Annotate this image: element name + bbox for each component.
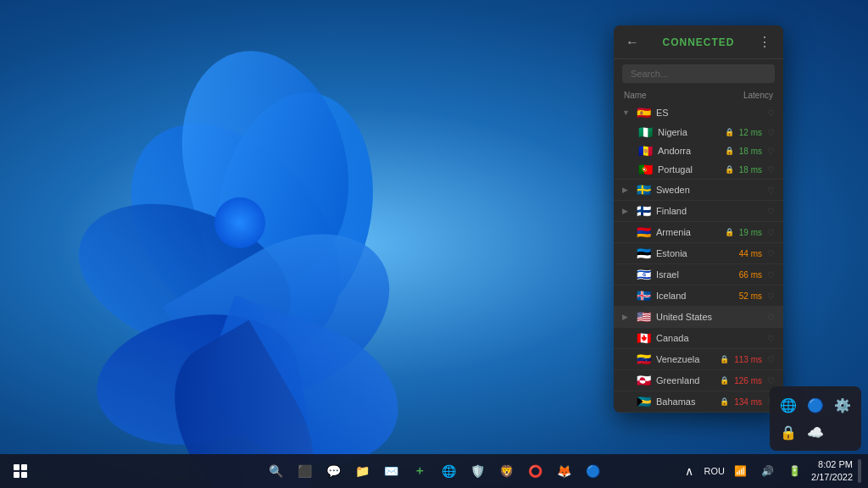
column-name: Name [624, 91, 647, 100]
item-sweden[interactable]: ▶ 🇸🇪 Sweden ♡ [614, 180, 783, 201]
system-clock[interactable]: 8:02 PM 2/17/2022 [811, 458, 853, 485]
taskbar-chrome-button[interactable]: 🔵 [581, 459, 604, 483]
taskbar-plus-button[interactable]: ＋ [408, 459, 431, 483]
favorite-icon-venezuela: ♡ [767, 355, 775, 364]
country-us: United States [656, 312, 762, 322]
subitem-nigeria[interactable]: 🇳🇬 Nigeria 🔒 12 ms ♡ [614, 123, 783, 141]
vpn-menu-button[interactable]: ⋮ [756, 34, 773, 50]
item-armenia[interactable]: 🇦🇲 Armenia 🔒 19 ms ♡ [614, 222, 783, 243]
item-israel[interactable]: 🇮🇱 Israel 66 ms ♡ [614, 264, 783, 286]
language-indicator: ROU [704, 466, 725, 476]
windows-logo-icon [14, 464, 27, 478]
latency-estonia: 44 ms [739, 249, 762, 258]
taskbar-brave-button[interactable]: 🦁 [494, 459, 518, 483]
subitem-andorra[interactable]: 🇦🇩 Andorra 🔒 18 ms ♡ [614, 141, 783, 160]
favorite-icon-armenia: ♡ [767, 228, 775, 237]
item-iceland[interactable]: 🇮🇸 Iceland 52 ms ♡ [614, 286, 783, 307]
favorite-icon-greenland: ♡ [767, 376, 775, 385]
lock-icon-armenia: 🔒 [725, 228, 734, 236]
taskbar-chat-button[interactable]: 💬 [321, 459, 345, 483]
group-name-es: ES [656, 108, 762, 118]
taskbar-firefox-button[interactable]: 🦊 [552, 459, 576, 483]
taskbar-right: ∧ ROU 📶 🔊 🔋 8:02 PM 2/17/2022 [677, 458, 861, 485]
latency-iceland: 52 ms [739, 291, 762, 301]
favorite-icon-es: ♡ [767, 108, 775, 118]
taskbar-search-button[interactable]: 🔍 [264, 459, 287, 483]
taskbar-taskview-button[interactable]: ⬛ [292, 459, 316, 483]
tray-icon-settings[interactable]: ⚙️ [831, 393, 854, 417]
lock-icon-andorra: 🔒 [725, 147, 734, 155]
flag-portugal: 🇵🇹 [637, 164, 653, 175]
chevron-down-icon: ▼ [622, 108, 631, 117]
network-icon[interactable]: 📶 [728, 459, 752, 483]
taskbar-edge-button[interactable]: 🌐 [437, 459, 460, 483]
vpn-column-headers: Name Latency [614, 88, 783, 103]
taskbar-left [7, 458, 34, 485]
flag-estonia: 🇪🇪 [636, 248, 651, 258]
latency-portugal: 18 ms [739, 165, 762, 175]
country-nigeria: Nigeria [658, 127, 720, 137]
favorite-icon-sweden: ♡ [767, 186, 775, 195]
show-desktop-button[interactable] [858, 459, 861, 483]
lock-icon-nigeria: 🔒 [725, 128, 734, 136]
flag-iceland: 🇮🇸 [636, 291, 651, 301]
tray-icon-chrome[interactable]: 🔵 [804, 393, 827, 417]
chevron-right-icon-finland: ▶ [622, 207, 631, 215]
taskbar-shield-button[interactable]: 🛡️ [465, 459, 489, 483]
tray-icon-cloud[interactable]: ☁️ [804, 420, 827, 444]
country-israel: Israel [656, 269, 734, 280]
lock-icon-portugal: 🔒 [725, 165, 734, 174]
wallpaper-petals [66, 41, 490, 447]
battery-icon[interactable]: 🔋 [782, 459, 806, 483]
flag-nigeria: 🇳🇬 [637, 127, 653, 137]
country-finland: Finland [656, 206, 762, 216]
latency-nigeria: 12 ms [739, 128, 762, 137]
subitem-portugal[interactable]: 🇵🇹 Portugal 🔒 18 ms ♡ [614, 160, 783, 179]
taskbar-mail-button[interactable]: ✉️ [379, 459, 403, 483]
country-iceland: Iceland [656, 291, 734, 301]
taskbar-explorer-button[interactable]: 📁 [350, 459, 374, 483]
item-estonia[interactable]: 🇪🇪 Estonia 44 ms ♡ [614, 243, 783, 264]
flag-bahamas: 🇧🇸 [636, 396, 651, 407]
favorite-icon-iceland: ♡ [767, 291, 775, 301]
item-bahamas[interactable]: 🇧🇸 Bahamas 🔒 134 ms ♡ [614, 391, 783, 413]
vpn-search-container [614, 59, 783, 88]
lock-icon-greenland: 🔒 [720, 376, 729, 385]
clock-time: 8:02 PM [811, 458, 853, 471]
favorite-icon-portugal: ♡ [767, 165, 775, 175]
latency-bahamas: 134 ms [734, 397, 762, 407]
latency-andorra: 18 ms [739, 147, 762, 156]
system-tray-popup: 🌐 🔵 ⚙️ 🔒 ☁️ [770, 386, 861, 451]
item-finland[interactable]: ▶ 🇫🇮 Finland ♡ [614, 201, 783, 222]
favorite-icon-israel: ♡ [767, 270, 775, 280]
taskbar-center: 🔍 ⬛ 💬 📁 ✉️ ＋ 🌐 🛡️ 🦁 ⭕ 🦊 🔵 [264, 459, 604, 483]
favorite-icon-us: ♡ [767, 313, 775, 322]
vpn-server-list: ▼ 🇪🇸 ES ♡ 🇳🇬 Nigeria 🔒 12 ms ♡ 🇦🇩 Andorr… [614, 103, 783, 413]
tray-icon-lock[interactable]: 🔒 [776, 420, 800, 444]
latency-venezuela: 113 ms [734, 355, 762, 364]
clock-date: 2/17/2022 [811, 471, 853, 484]
latency-greenland: 126 ms [734, 376, 762, 385]
vpn-back-button[interactable]: ← [624, 35, 641, 50]
favorite-icon-nigeria: ♡ [767, 128, 775, 137]
taskbar-opera-button[interactable]: ⭕ [523, 459, 547, 483]
country-greenland: Greenland [656, 375, 715, 385]
system-tray: ∧ ROU 📶 🔊 🔋 [677, 459, 806, 483]
start-button[interactable] [7, 458, 34, 485]
country-sweden: Sweden [656, 185, 762, 195]
tray-icon-edge[interactable]: 🌐 [776, 393, 800, 417]
volume-icon[interactable]: 🔊 [755, 459, 779, 483]
item-united-states[interactable]: ▶ 🇺🇸 United States ♡ [614, 307, 783, 328]
lock-icon-bahamas: 🔒 [720, 397, 729, 406]
item-greenland[interactable]: 🇬🇱 Greenland 🔒 126 ms ♡ [614, 370, 783, 391]
column-latency: Latency [743, 91, 773, 100]
vpn-search-input[interactable] [622, 64, 775, 83]
item-canada[interactable]: 🇨🇦 Canada ♡ [614, 328, 783, 349]
country-venezuela: Venezuela [656, 354, 715, 364]
show-hidden-icons-button[interactable]: ∧ [677, 459, 701, 483]
vpn-header: ← CONNECTED ⋮ [614, 25, 783, 59]
vpn-group-es-header[interactable]: ▼ 🇪🇸 ES ♡ [614, 103, 783, 123]
flag-finland: 🇫🇮 [636, 206, 651, 216]
flag-andorra: 🇦🇩 [637, 146, 653, 156]
item-venezuela[interactable]: 🇻🇪 Venezuela 🔒 113 ms ♡ [614, 349, 783, 370]
